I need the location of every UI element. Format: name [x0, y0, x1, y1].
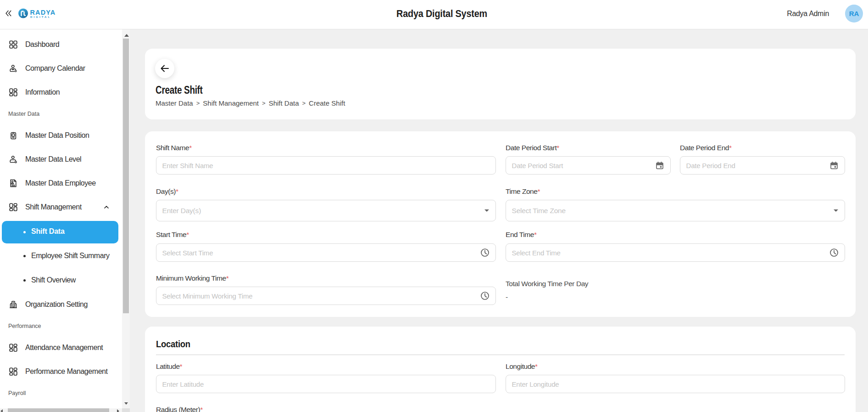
svg-text:RADYA: RADYA — [30, 9, 56, 16]
svg-text:DIGITAL: DIGITAL — [30, 16, 51, 18]
svg-text:1: 1 — [15, 161, 16, 163]
